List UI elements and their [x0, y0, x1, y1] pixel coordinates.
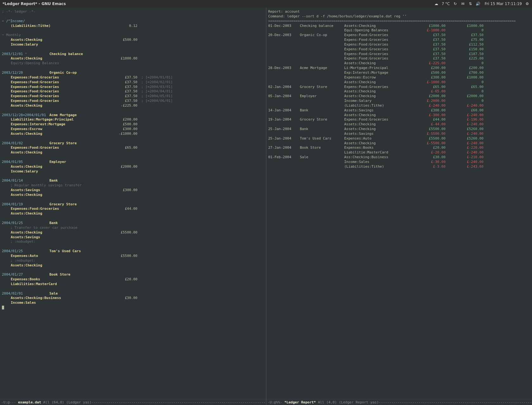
posting-line[interactable]: Assets:Savings£300.00 — [2, 188, 264, 193]
report-row[interactable]: Assets:Checking£-5500.00£-240.00 — [268, 141, 530, 146]
report-row[interactable]: Expens:Food:Groceries£37.50£150.00 — [268, 47, 530, 52]
posting-effective-date — [137, 42, 194, 47]
report-row[interactable]: Expens:Food:Groceries£37.50£112.50 — [268, 42, 530, 47]
transaction-header[interactable]: 2003/12/20 Organic Co-op — [2, 71, 264, 75]
posting-line[interactable]: Liabilities:MasterCard — [2, 282, 264, 287]
posting-line[interactable]: Expenses:Food:Groceries£37.50; [=2004/04… — [2, 89, 264, 94]
report-row[interactable]: 02-Jan-2004Grocery StoreExpens:Food:Groc… — [268, 85, 530, 90]
posting-line[interactable]: Expenses:Books£20.00 — [2, 277, 264, 282]
transaction-header[interactable]: 2004/01/19 Grocery Store — [2, 202, 264, 207]
report-row[interactable]: Exp:Interest:Mortgage£500.00£700.00 — [268, 71, 530, 75]
posting-line[interactable]: Assets:Checking£2000.00 — [2, 165, 264, 169]
report-row[interactable]: 19-Jan-2004Grocery StoreExpens:Food:Groc… — [268, 117, 530, 122]
ledger-source-buffer[interactable]: ; -*- ledger -*- = /^Income/ (Liabilitie… — [0, 8, 266, 399]
posting-line[interactable]: Expenses:Food:Groceries£65.00 — [2, 146, 264, 150]
transaction-header[interactable]: 2003/12/28=2004/01/01 Acme Mortgage — [2, 113, 264, 118]
posting-line[interactable]: Assets:Checking£5500.00 — [2, 230, 264, 235]
report-row[interactable]: Liabilitie:MasterCard£-20.00£-240.00 — [268, 150, 530, 155]
report-row[interactable]: Assets:Checking£-44.00£-240.00 — [268, 122, 530, 127]
transaction-header[interactable]: 2004/01/27 Book Store — [2, 272, 264, 277]
report-row[interactable]: (Liabilities:Tithe)£-240.00£-240.00 — [268, 103, 530, 108]
report-row[interactable]: Equi:Opening Balances£-1000.000 — [268, 28, 530, 33]
posting-amount: £37.50 — [106, 94, 137, 99]
posting-line[interactable]: Expenses:Escrow£300.00 — [2, 127, 264, 132]
report-row[interactable]: Income:Sales£-30.00£-240.00 — [268, 160, 530, 165]
posting-effective-date — [137, 38, 194, 42]
posting-amount: £20.00 — [106, 277, 137, 282]
posting-line[interactable]: Assets:Checking — [2, 263, 264, 268]
posting-line[interactable]: Income:Sales — [2, 301, 264, 305]
posting-line[interactable]: Assets:Checking:Business£30.00 — [2, 296, 264, 301]
posting-line[interactable]: Assets:Checking-£225.00 — [2, 103, 264, 108]
posting-line[interactable]: Income:Salary — [2, 169, 264, 174]
posting-line[interactable]: Expenses:Food:Groceries£44.00 — [2, 207, 264, 211]
report-row[interactable]: Expenses:Escrow£300.00£1000.00 — [268, 75, 530, 80]
posting-line[interactable]: Assets:Checking — [2, 193, 264, 197]
transaction-header[interactable]: 2004/02/01 Sale — [2, 291, 264, 296]
report-row[interactable]: 14-Jan-2004BankAssets:Savings£300.00£60.… — [268, 108, 530, 113]
transaction-header[interactable]: 2004/01/25 Bank — [2, 221, 264, 226]
posting-line[interactable]: Expenses:Auto£5500.00 — [2, 254, 264, 259]
network-icon[interactable]: ⇅ — [468, 2, 472, 6]
report-row[interactable]: Expens:Food:Groceries£37.50£225.00 — [268, 56, 530, 61]
posting-account: Assets:Checking — [11, 165, 106, 169]
modeline-prefix: -U:@--- — [1, 400, 18, 404]
report-date — [268, 75, 300, 80]
report-row[interactable]: 27-Jan-2004Book StoreExpenses:Books£20.0… — [268, 146, 530, 150]
transaction-header[interactable]: 2004/01/02 Grocery Store — [2, 141, 264, 146]
left-pane[interactable]: ; -*- ledger -*- = /^Income/ (Liabilitie… — [0, 8, 266, 405]
ledger-report-buffer[interactable]: Report: accountCommand: ledger --sort d … — [266, 8, 532, 399]
report-row[interactable]: Income:Salary£-2000.000 — [268, 99, 530, 103]
refresh-icon[interactable]: ↻ — [453, 2, 457, 6]
posting-line[interactable]: Assets:Checking£1000.00 — [2, 56, 264, 61]
posting-line[interactable]: Assets:Savings — [2, 235, 264, 240]
posting-line[interactable]: Expenses:Interest:Mortgage£500.00 — [2, 122, 264, 127]
posting-line[interactable]: Expenses:Food:Groceries£37.50; [=2004/03… — [2, 85, 264, 90]
report-amount: £-1000.00 — [408, 80, 446, 85]
posting-line[interactable]: Assets:Checking£500.00 — [2, 38, 264, 42]
posting-line[interactable]: Expenses:Food:Groceries£37.50; [=2004/02… — [2, 80, 264, 85]
report-date — [268, 99, 300, 103]
right-pane[interactable]: Report: accountCommand: ledger --sort d … — [266, 8, 532, 405]
posting-line[interactable]: Assets:Checking — [2, 150, 264, 155]
volume-icon[interactable]: 🔊 — [476, 2, 480, 6]
report-amount: £-44.00 — [408, 122, 446, 127]
posting-account: Assets:Savings — [11, 235, 106, 240]
posting-line[interactable]: Assets:Checking — [2, 211, 264, 216]
transaction-header[interactable]: 2004/01/25 Tom's Used Cars — [2, 249, 264, 254]
posting-line[interactable]: Expenses:Food:Groceries£37.50; [=2004/06… — [2, 99, 264, 103]
posting-line[interactable]: Income:Salary — [2, 42, 264, 47]
posting-line[interactable]: (Liabilities:Tithe)0.12 — [2, 24, 264, 28]
posting-line[interactable]: Expenses:Food:Groceries£37.50; [=2004/01… — [2, 75, 264, 80]
report-account: Income:Salary — [344, 99, 408, 103]
transaction-header[interactable]: 2003/12/01 * Checking balance — [2, 52, 264, 57]
report-row[interactable]: 05-Jan-2004EmployerAssets:Checking£2000.… — [268, 94, 530, 99]
report-row[interactable]: Assets:Checking£-300.00£-240.00 — [268, 113, 530, 118]
report-row[interactable]: (Liabilities:Tithe)£-3.60£-243.60 — [268, 165, 530, 169]
posting-line[interactable]: Equity:Opening Balances — [2, 61, 264, 66]
report-row[interactable]: 20-Dec-2003Organic Co-opExpens:Food:Groc… — [268, 33, 530, 38]
settings-gear-icon[interactable]: ⚙ — [525, 2, 529, 6]
transaction-header[interactable]: 2004/01/05 Employer — [2, 160, 264, 165]
report-payee: Grocery Store — [300, 85, 344, 90]
posting-line[interactable]: Liabilities:Mortgage:Principal£200.00 — [2, 117, 264, 122]
report-balance: 0 — [446, 89, 484, 94]
report-date — [268, 141, 300, 146]
report-row[interactable]: 01-Feb-2004SaleAss:Checking:Business£30.… — [268, 155, 530, 160]
report-row[interactable]: Expens:Food:Groceries£37.50£75.00 — [268, 38, 530, 42]
report-row[interactable]: Expens:Food:Groceries£37.50£187.50 — [268, 52, 530, 57]
report-row[interactable]: 25-Jan-2004BankAssets:Checking£5500.00£5… — [268, 127, 530, 132]
report-row[interactable]: Assets:Checking£-65.000 — [268, 89, 530, 94]
transaction-header[interactable]: 2004/01/14 Bank — [2, 178, 264, 183]
posting-line[interactable]: Expenses:Food:Groceries£37.50; [=2004/05… — [2, 94, 264, 99]
mail-icon[interactable]: ✉ — [460, 2, 465, 6]
posting-line[interactable]: Assets:Checking-£1000.00 — [2, 132, 264, 136]
posting-effective-date — [137, 263, 194, 268]
posting-account: Expenses:Auto — [11, 254, 106, 259]
report-row[interactable]: Assets:Checking£-1000.000 — [268, 80, 530, 85]
report-row[interactable]: 25-Jan-2004Tom's Used CarsExpenses:Auto£… — [268, 136, 530, 141]
report-row[interactable]: 01-Dec-2003Checking balanceAssets:Checki… — [268, 24, 530, 28]
report-row[interactable]: Assets:Savings£-5500.00£-240.00 — [268, 132, 530, 136]
report-row[interactable]: 28-Dec-2003Acme MortgageLi:Mortgage:Prin… — [268, 66, 530, 71]
report-row[interactable]: Assets:Checking£-225.000 — [268, 61, 530, 66]
